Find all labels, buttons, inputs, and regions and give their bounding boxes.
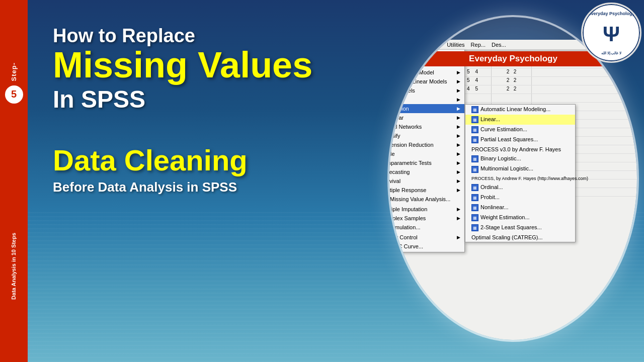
submenu-partial-least-squares[interactable]: ▦Partial Least Squares...: [465, 135, 575, 145]
menu-item-dimension-reduction[interactable]: Dimension Reduction▶: [387, 140, 464, 149]
submenu-auto-linear[interactable]: ▦Automatic Linear Modeling...: [465, 105, 575, 115]
title-in-spss: In SPSS: [53, 85, 145, 113]
step-label: Step-: [10, 62, 18, 81]
logo-circle: Everyday Psychology Ψ لا غالب إلا الله: [581, 3, 641, 63]
submenu-curve-estimation[interactable]: ▦Curve Estimation...: [465, 125, 575, 135]
step-number: 5: [5, 85, 23, 104]
title-line1: How to Replace: [53, 25, 195, 47]
menu-item-neural-networks[interactable]: Neural Networks▶: [387, 122, 464, 131]
subtitle-data-cleaning: Data Cleaning: [53, 143, 248, 177]
submenu-nonlinear[interactable]: ▦Nonlinear...: [465, 203, 575, 213]
menu-item-nonparametric[interactable]: Nonparametric Tests▶: [387, 158, 464, 167]
menu-item-classify[interactable]: Classify▶: [387, 131, 464, 140]
menu-descriptives[interactable]: Des...: [492, 42, 506, 48]
submenu-optimal-scaling[interactable]: Optimal Scaling (CATREG)...: [465, 233, 575, 242]
menu-item-regression[interactable]: Regression▶: [387, 104, 464, 113]
menu-item-scale[interactable]: Scale▶: [387, 149, 464, 158]
main-menu: Tables▶ Compare Means▶ General Linear Mo…: [387, 50, 465, 252]
dropdown-overlay: Tables▶ Compare Means▶ General Linear Mo…: [387, 50, 465, 252]
menu-reports[interactable]: Rep...: [471, 42, 486, 48]
menu-direct-marketing[interactable]: Direct Marketing: [387, 42, 417, 48]
menu-item-multiple-response[interactable]: Multiple Response▶: [387, 186, 464, 195]
spss-screenshot: Direct Marketing Graphs Utilities Rep...…: [387, 40, 639, 342]
menu-item-forecasting[interactable]: Forecasting▶: [387, 167, 464, 176]
logo-psi-symbol: Ψ: [603, 22, 620, 46]
step-bottom-text: Data Analysis in 10 Steps: [10, 233, 17, 300]
submenu-weight-estimation[interactable]: ▦Weight Estimation...: [465, 213, 575, 223]
menu-item-survival[interactable]: Survival▶: [387, 176, 464, 186]
col-header-num: [387, 50, 388, 59]
menu-item-quality-control[interactable]: Quality Control▶: [387, 233, 464, 242]
menu-item-loglinear[interactable]: Loglinear▶: [387, 113, 464, 122]
submenu-linear[interactable]: ▦Linear...: [465, 115, 575, 125]
menu-item-mixed-models[interactable]: Mixed Models▶: [387, 86, 464, 95]
submenu-2-stage[interactable]: ▦2-Stage Least Squares...: [465, 223, 575, 233]
menu-item-complex-samples[interactable]: Complex Samples▶: [387, 214, 464, 223]
regression-submenu: ▦Automatic Linear Modeling... ▦Linear...…: [465, 104, 576, 242]
subtitle-before: Before Data Analysis in SPSS: [53, 179, 237, 195]
menu-item-multiple-imputation[interactable]: Multiple Imputation▶: [387, 205, 464, 214]
menu-item-general-linear[interactable]: General Linear Model▶: [387, 68, 464, 77]
left-banner: Step- 5 Data Analysis in 10 Steps: [0, 0, 28, 362]
submenu-multinomial-logistic[interactable]: ▦Multinomial Logistic...: [465, 164, 575, 174]
menu-utilities[interactable]: Utilities: [447, 42, 464, 48]
submenu-process-v3[interactable]: PROCESS v3.0 by Andrew F. Hayes: [465, 145, 575, 154]
menu-graphs[interactable]: Graphs: [423, 42, 441, 48]
menu-item-generalized-linear[interactable]: Generalized Linear Models▶: [387, 77, 464, 86]
menu-item-missing-value[interactable]: ▦Missing Value Analysis...: [387, 195, 464, 205]
logo-top-text: Everyday Psychology: [584, 11, 639, 16]
menu-item-simulation[interactable]: ▦Simulation...: [387, 223, 464, 233]
submenu-probit[interactable]: ▦Probit...: [465, 193, 575, 203]
magnify-circle: Direct Marketing Graphs Utilities Rep...…: [387, 15, 639, 342]
spss-area: Direct Marketing Graphs Utilities Rep...…: [262, 0, 644, 362]
menu-item-correlate[interactable]: Correlate▶: [387, 95, 464, 104]
submenu-ordinal[interactable]: ▦Ordinal...: [465, 183, 575, 193]
logo-bottom-text: لا غالب إلا الله: [601, 51, 622, 55]
submenu-binary-logistic[interactable]: ▦Binary Logistic...: [465, 154, 575, 164]
menu-item-roc-curve[interactable]: ▦ROC Curve...: [387, 242, 464, 252]
submenu-process-hayes[interactable]: PROCESS, by Andrew F. Hayes (http://www.…: [465, 174, 575, 183]
